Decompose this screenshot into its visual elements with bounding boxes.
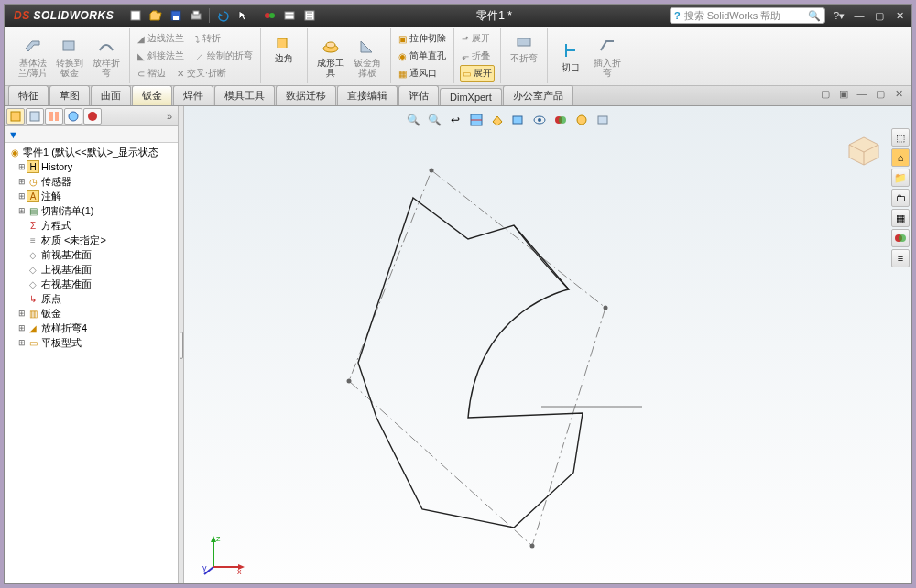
- minimize-button[interactable]: —: [851, 8, 867, 23]
- base-flange-button[interactable]: 基体法 兰/薄片: [16, 35, 50, 78]
- propertymanager-tab[interactable]: [26, 108, 44, 125]
- panel-tabs-overflow[interactable]: »: [163, 111, 176, 122]
- feature-tree[interactable]: ◉ 零件1 (默认<<默认>_显示状态 ⊞HHistory⊞◷传感器⊞A注解⊞▤…: [5, 143, 178, 583]
- miter-flange-button[interactable]: ◣斜接法兰: [136, 48, 186, 64]
- print-button[interactable]: [187, 7, 205, 24]
- undo-button[interactable]: [213, 7, 232, 24]
- twist-icon[interactable]: ⊞: [17, 323, 27, 332]
- maximize-button[interactable]: ▢: [871, 8, 888, 23]
- graphics-viewport[interactable]: 🔍 🔍 ↩: [184, 106, 911, 583]
- fold-button[interactable]: ⬐折叠: [460, 48, 495, 64]
- tree-item[interactable]: ⊞◷传感器: [5, 174, 178, 189]
- apply-scene-button[interactable]: [572, 112, 591, 128]
- lofted-bend-button[interactable]: 放样折 弯: [89, 35, 124, 78]
- tree-item[interactable]: ◇上视基准面: [5, 262, 178, 277]
- twist-icon[interactable]: ⊞: [17, 177, 27, 186]
- tab-数据迁移[interactable]: 数据迁移: [276, 85, 336, 105]
- tab-模具工具[interactable]: 模具工具: [214, 85, 275, 105]
- forming-tool-button[interactable]: 成形工 具: [313, 35, 348, 78]
- tree-item[interactable]: ⊞A注解: [5, 189, 178, 203]
- extruded-cut-button[interactable]: ▣拉伸切除: [397, 30, 448, 47]
- open-button[interactable]: [147, 7, 165, 24]
- tab-直接编辑[interactable]: 直接编辑: [337, 85, 398, 105]
- options-dropdown[interactable]: [300, 7, 319, 24]
- mdi-minimize[interactable]: —: [855, 88, 869, 100]
- tab-曲面[interactable]: 曲面: [91, 85, 131, 105]
- view-triad[interactable]: z x y: [202, 530, 248, 576]
- new-file-button[interactable]: [126, 7, 145, 24]
- no-bends-button[interactable]: 不折弯: [507, 30, 541, 63]
- view-orientation-button[interactable]: [488, 112, 507, 128]
- jog-button[interactable]: ⤵转折: [193, 30, 223, 47]
- tab-评估[interactable]: 评估: [398, 85, 439, 105]
- mdi-restore2[interactable]: ▣: [836, 88, 851, 100]
- edge-flange-button[interactable]: ◢边线法兰: [136, 30, 186, 47]
- mdi-maximize[interactable]: ▢: [873, 88, 888, 100]
- view-settings-button[interactable]: [594, 112, 612, 128]
- tab-草图[interactable]: 草图: [49, 85, 90, 105]
- taskpane-custom-props[interactable]: ≡: [891, 249, 910, 267]
- rip-button[interactable]: 切口: [553, 39, 588, 72]
- featuremanager-tab[interactable]: [6, 108, 25, 125]
- vent-button[interactable]: ▦通风口: [397, 65, 448, 82]
- help-search-box[interactable]: ? 搜索 SolidWorks 帮助 🔍: [670, 7, 825, 24]
- tree-item[interactable]: ⊞▤切割清单(1): [5, 203, 178, 218]
- tree-item[interactable]: ≡材质 <未指定>: [5, 233, 178, 247]
- mdi-close[interactable]: ✕: [891, 88, 906, 100]
- tree-item[interactable]: ◇右视基准面: [5, 277, 178, 291]
- edit-appearance-button[interactable]: [551, 112, 570, 128]
- dimxpertmanager-tab[interactable]: [64, 108, 82, 125]
- zoom-fit-button[interactable]: 🔍: [404, 112, 422, 128]
- tree-item[interactable]: ⊞◢放样折弯4: [5, 321, 178, 335]
- tab-特征[interactable]: 特征: [8, 85, 49, 105]
- options-button[interactable]: [280, 7, 299, 24]
- twist-icon[interactable]: ⊞: [17, 338, 27, 347]
- tree-item[interactable]: ◇前视基准面: [5, 247, 178, 262]
- tab-焊件[interactable]: 焊件: [173, 85, 213, 105]
- rebuild-button[interactable]: [260, 7, 278, 24]
- tree-item[interactable]: Σ方程式: [5, 218, 178, 233]
- hem-button[interactable]: ⊂褶边: [136, 65, 168, 82]
- tab-DimXpert[interactable]: DimXpert: [440, 88, 502, 105]
- cross-break-button[interactable]: ✕交叉·折断: [175, 65, 228, 82]
- taskpane-home[interactable]: ⌂: [891, 148, 910, 167]
- twist-icon[interactable]: ⊞: [17, 309, 27, 318]
- tree-item[interactable]: ⊞▥钣金: [5, 306, 178, 321]
- tree-item[interactable]: ⊞▭平板型式: [5, 335, 178, 350]
- tree-filter[interactable]: ▼: [5, 126, 178, 143]
- configurationmanager-tab[interactable]: [45, 108, 63, 125]
- select-button[interactable]: [234, 7, 252, 24]
- flatten-button[interactable]: ▭展开: [460, 65, 495, 82]
- view-cube[interactable]: [844, 134, 884, 167]
- mdi-restore1[interactable]: ▢: [818, 88, 833, 100]
- tree-root[interactable]: ◉ 零件1 (默认<<默认>_显示状态: [5, 145, 178, 159]
- section-view-button[interactable]: [467, 112, 485, 128]
- close-button[interactable]: ✕: [891, 8, 908, 23]
- help-dropdown-button[interactable]: ?▾: [831, 8, 847, 23]
- tree-item[interactable]: ↳原点: [5, 291, 178, 306]
- display-style-button[interactable]: [509, 112, 528, 128]
- insert-bends-button[interactable]: 插入折 弯: [590, 35, 625, 78]
- displaymanager-tab[interactable]: [83, 108, 102, 125]
- taskpane-design-library[interactable]: 📁: [891, 169, 910, 187]
- gusset-button[interactable]: 钣金角 撑板: [350, 35, 385, 78]
- unfold-button[interactable]: ⬏展开: [460, 30, 495, 47]
- tab-办公室产品[interactable]: 办公室产品: [503, 85, 573, 105]
- hide-show-button[interactable]: [530, 112, 549, 128]
- taskpane-resources[interactable]: ⬚: [891, 128, 910, 147]
- convert-sheetmetal-button[interactable]: 转换到 钣金: [52, 35, 87, 78]
- twist-icon[interactable]: ⊞: [17, 206, 27, 215]
- tab-钣金[interactable]: 钣金: [132, 85, 172, 105]
- simple-hole-button[interactable]: ◉简单直孔: [397, 48, 448, 64]
- zoom-area-button[interactable]: 🔍: [425, 112, 443, 128]
- taskpane-appearances[interactable]: [891, 229, 910, 247]
- twist-icon[interactable]: ⊞: [17, 162, 27, 171]
- taskpane-file-explorer[interactable]: 🗀: [891, 189, 910, 207]
- corners-button[interactable]: 边角: [267, 30, 301, 63]
- sketched-bend-button[interactable]: ⟋绘制的折弯: [193, 48, 255, 64]
- taskpane-view-palette[interactable]: ▦: [891, 209, 910, 227]
- prev-view-button[interactable]: ↩: [446, 112, 464, 128]
- save-button[interactable]: [167, 7, 185, 24]
- tree-item[interactable]: ⊞HHistory: [5, 159, 178, 174]
- twist-icon[interactable]: ⊞: [17, 191, 27, 201]
